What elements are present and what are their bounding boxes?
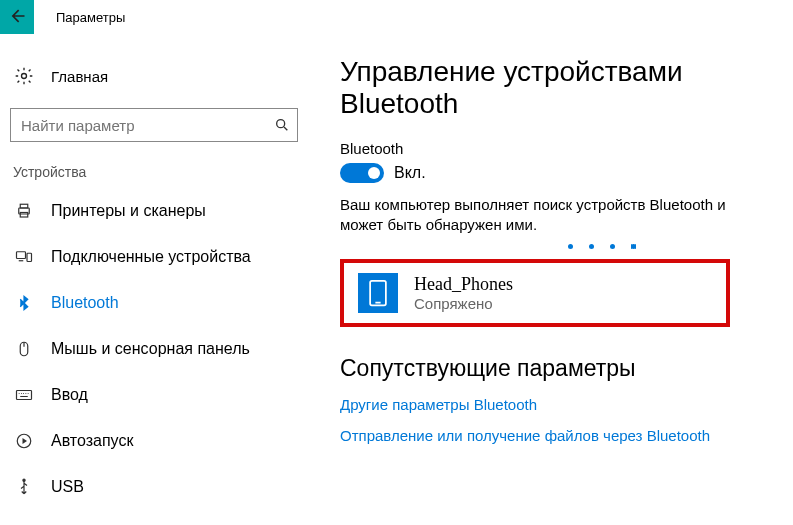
svg-rect-4	[20, 213, 28, 218]
sidebar-item-label: Подключенные устройства	[51, 248, 251, 266]
sidebar-group-label: Устройства	[0, 152, 300, 188]
sidebar-item-label: Мышь и сенсорная панель	[51, 340, 250, 358]
sidebar-item-mouse[interactable]: Мышь и сенсорная панель	[0, 326, 300, 372]
sidebar-item-typing[interactable]: Ввод	[0, 372, 300, 418]
printer-icon	[13, 200, 35, 222]
svg-rect-6	[27, 253, 32, 261]
sidebar-item-printers[interactable]: Принтеры и сканеры	[0, 188, 300, 234]
sidebar-item-label: Принтеры и сканеры	[51, 202, 206, 220]
sidebar-item-connected[interactable]: Подключенные устройства	[0, 234, 300, 280]
bluetooth-toggle[interactable]: Вкл.	[340, 163, 773, 183]
sidebar-item-label: USB	[51, 478, 84, 496]
page-heading: Управление устройствами Bluetooth	[340, 56, 773, 120]
search-icon	[267, 110, 297, 140]
svg-rect-11	[370, 280, 386, 305]
related-heading: Сопутствующие параметры	[340, 355, 773, 382]
window-title: Параметры	[56, 10, 125, 25]
device-status: Сопряжено	[414, 295, 513, 312]
sidebar-home-label: Главная	[51, 68, 108, 85]
sidebar-item-usb[interactable]: USB	[0, 464, 300, 510]
keyboard-icon	[13, 384, 35, 406]
usb-icon	[13, 476, 35, 498]
svg-point-1	[277, 120, 285, 128]
sidebar-item-bluetooth[interactable]: Bluetooth	[0, 280, 300, 326]
discovery-text: Ваш компьютер выполняет поиск устройств …	[340, 195, 760, 236]
search-field[interactable]	[11, 117, 267, 134]
link-send-receive-files[interactable]: Отправление или получение файлов через B…	[340, 427, 773, 444]
bluetooth-icon	[13, 292, 35, 314]
main-content: Управление устройствами Bluetooth Blueto…	[300, 34, 793, 525]
svg-rect-8	[17, 391, 32, 400]
back-button[interactable]	[0, 0, 34, 34]
link-more-bt-settings[interactable]: Другие параметры Bluetooth	[340, 396, 773, 413]
mouse-icon	[13, 338, 35, 360]
arrow-left-icon	[7, 6, 27, 29]
toggle-switch[interactable]	[340, 163, 384, 183]
title-bar: Параметры	[0, 0, 793, 34]
sidebar-item-label: Bluetooth	[51, 294, 119, 312]
sidebar-item-label: Автозапуск	[51, 432, 133, 450]
sidebar: Главная Устройства Принтеры и сканеры По…	[0, 34, 300, 525]
autoplay-icon	[13, 430, 35, 452]
sidebar-home[interactable]: Главная	[0, 54, 300, 98]
sidebar-item-autoplay[interactable]: Автозапуск	[0, 418, 300, 464]
bluetooth-toggle-label: Bluetooth	[340, 140, 773, 157]
device-card[interactable]: Head_Phones Сопряжено	[340, 259, 730, 327]
toggle-state-label: Вкл.	[394, 164, 426, 182]
phone-icon	[358, 273, 398, 313]
svg-point-0	[22, 74, 27, 79]
devices-icon	[13, 246, 35, 268]
svg-rect-5	[17, 252, 26, 259]
svg-point-10	[23, 479, 25, 481]
sidebar-item-label: Ввод	[51, 386, 88, 404]
searching-indicator	[430, 244, 773, 249]
device-name: Head_Phones	[414, 274, 513, 295]
gear-icon	[13, 65, 35, 87]
search-input[interactable]	[10, 108, 298, 142]
svg-rect-3	[20, 204, 28, 208]
toggle-knob	[368, 167, 380, 179]
